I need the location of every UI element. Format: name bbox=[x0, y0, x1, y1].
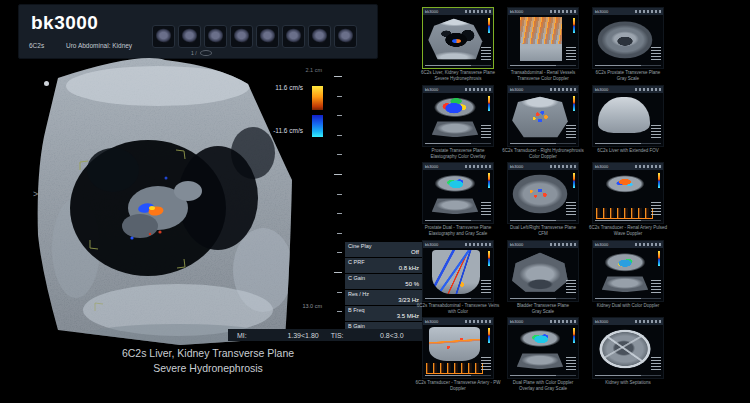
thumbnail-frame: bk3000 bbox=[592, 162, 664, 224]
thumbnail-toolbar-icons bbox=[465, 243, 491, 246]
ultrasound-image[interactable] bbox=[28, 58, 304, 348]
thumbnail-caption: Bladder Transverse PlaneGray Scale bbox=[500, 303, 586, 314]
thumbnail-toolbar-icons bbox=[465, 88, 491, 91]
thumbnail-baseline bbox=[510, 143, 576, 144]
thumbnail-colorbar bbox=[488, 173, 490, 188]
thumbnail-toolbar-icons bbox=[550, 320, 576, 323]
thumbnail-header: bk3000 bbox=[423, 163, 493, 170]
color-velocity-scale-negative bbox=[312, 115, 323, 137]
thumbnail-header: bk3000 bbox=[508, 8, 578, 15]
thumbnail-annotation-block bbox=[651, 357, 661, 370]
thumbnail-frame: bk3000 bbox=[592, 317, 664, 379]
thumbnail-frame-selected: bk3000 bbox=[422, 7, 494, 69]
thumbnail-colorbar bbox=[488, 96, 490, 111]
thumbnail-8[interactable]: bk3000Dual Left/Right Transverse PlaneCF… bbox=[507, 162, 579, 236]
image-caption: 6C2s Liver, Kidney Transverse Plane Seve… bbox=[58, 346, 358, 376]
thumbnail-3[interactable]: bk30006C2s Prostate Transverse PlaneGray… bbox=[592, 7, 664, 81]
thumbnail-2[interactable]: bk3000Transabdominal - Renal VesselsTran… bbox=[507, 7, 579, 81]
thumbnail-image bbox=[429, 327, 480, 361]
thumbnail-5[interactable]: bk30006C2s Transducer - Right Hydronephr… bbox=[507, 85, 579, 159]
thumbnail-caption: 6C2s Liver, Kidney Transverse PlaneSever… bbox=[415, 70, 501, 81]
thumbnail-header: bk3000 bbox=[593, 163, 663, 170]
thumbnail-header: bk3000 bbox=[508, 318, 578, 325]
setting-c-prf[interactable]: C PRF0.8 kHz bbox=[345, 258, 422, 273]
thumbnail-13[interactable]: bk30006C2s Transducer - Transverse Arter… bbox=[422, 317, 494, 391]
cine-thumbnail-8[interactable] bbox=[334, 25, 357, 48]
thumbnail-12[interactable]: bk3000Kidney Dual with Color Doppler bbox=[592, 240, 664, 309]
cine-thumbnail-1[interactable] bbox=[152, 25, 175, 48]
thumbnail-annotation-block bbox=[481, 357, 491, 370]
thumbnail-annotation-block bbox=[566, 280, 576, 293]
thumbnail-logo: bk3000 bbox=[425, 164, 438, 169]
thumbnail-baseline bbox=[425, 220, 491, 221]
thumbnail-image bbox=[511, 172, 569, 216]
thumbnail-frame: bk3000 bbox=[422, 162, 494, 224]
cine-thumbnail-3[interactable] bbox=[204, 25, 227, 48]
cine-thumbnail-4[interactable] bbox=[230, 25, 253, 48]
thumbnail-image bbox=[596, 250, 654, 294]
setting-value: 3.5 MHz bbox=[348, 313, 419, 320]
thumbnail-4[interactable]: bk3000Prostate Transverse PlaneElastogra… bbox=[422, 85, 494, 159]
thumbnail-frame: bk3000 bbox=[507, 317, 579, 379]
cine-thumbnail-5[interactable] bbox=[256, 25, 279, 48]
thumbnail-colorbar bbox=[488, 18, 490, 33]
thumbnail-toolbar-icons bbox=[550, 165, 576, 168]
thumbnail-caption: Dual Plane with Color DopplerOverlay and… bbox=[500, 380, 586, 391]
cine-thumbnail-7[interactable] bbox=[308, 25, 331, 48]
setting-value: 3/23 Hz bbox=[348, 297, 419, 304]
thumbnail-baseline bbox=[425, 143, 491, 144]
depth-ruler-major-ticks bbox=[334, 76, 342, 312]
thumbnail-10[interactable]: bk30006C2s Transabdominal - Transverse V… bbox=[422, 240, 494, 314]
setting-c-gain[interactable]: C Gain50 % bbox=[345, 274, 422, 289]
cine-thumbnail-2[interactable] bbox=[178, 25, 201, 48]
thumbnail-logo: bk3000 bbox=[595, 242, 608, 247]
thumbnail-baseline bbox=[425, 375, 491, 376]
thumbnail-9[interactable]: bk30006C2s Transducer - Renal Artery Pul… bbox=[592, 162, 664, 236]
thumbnail-caption: Prostate Transverse PlaneElastography Co… bbox=[415, 148, 501, 159]
thumbnail-annotation-block bbox=[481, 125, 491, 138]
thumbnail-frame: bk3000 bbox=[592, 85, 664, 147]
thumbnail-image bbox=[432, 250, 480, 294]
caption-line-2: Severe Hydronephrosis bbox=[58, 361, 358, 376]
thumbnail-logo: bk3000 bbox=[510, 242, 523, 247]
color-velocity-scale-positive bbox=[312, 86, 323, 110]
thumbnail-annotation-block bbox=[651, 47, 661, 60]
thumbnail-spectral-waveform bbox=[596, 208, 653, 219]
thumbnail-header: bk3000 bbox=[593, 318, 663, 325]
setting-res-hz[interactable]: Res / Hz3/23 Hz bbox=[345, 290, 422, 305]
thumbnail-header: bk3000 bbox=[508, 86, 578, 93]
thumbnail-header: bk3000 bbox=[508, 163, 578, 170]
thumbnail-annotation-block bbox=[566, 357, 576, 370]
thumbnail-frame: bk3000 bbox=[507, 85, 579, 147]
setting-cine-play[interactable]: Cine PlayOff bbox=[345, 242, 422, 257]
thumbnail-logo: bk3000 bbox=[595, 87, 608, 92]
caption-line-1: 6C2s Liver, Kidney Transverse Plane bbox=[58, 346, 358, 361]
thumbnail-toolbar-icons bbox=[550, 10, 576, 13]
thumbnail-toolbar-icons bbox=[465, 10, 491, 13]
thumbnail-colorbar bbox=[488, 251, 490, 266]
thumbnail-baseline bbox=[425, 65, 491, 66]
thumbnail-1[interactable]: bk30006C2s Liver, Kidney Transverse Plan… bbox=[422, 7, 494, 81]
thumbnail-15[interactable]: bk3000Kidney with Septations bbox=[592, 317, 664, 386]
thumbnail-14[interactable]: bk3000Dual Plane with Color DopplerOverl… bbox=[507, 317, 579, 391]
thumbnail-6[interactable]: bk30006C2s Liver with Extended FOV bbox=[592, 85, 664, 154]
thumbnail-frame: bk3000 bbox=[422, 240, 494, 302]
thumbnail-image bbox=[598, 97, 650, 133]
settings-panel: Cine PlayOffC PRF0.8 kHzC Gain50 %Res / … bbox=[345, 242, 422, 338]
thumbnail-11[interactable]: bk3000Bladder Transverse PlaneGray Scale bbox=[507, 240, 579, 314]
thumbnail-annotation-block bbox=[651, 125, 661, 138]
thumbnail-logo: bk3000 bbox=[595, 164, 608, 169]
thumbnail-logo: bk3000 bbox=[510, 87, 523, 92]
cine-thumbnail-6[interactable] bbox=[282, 25, 305, 48]
thumbnail-baseline bbox=[595, 375, 661, 376]
system-logo: bk3000 bbox=[31, 12, 98, 34]
tis-value: 0.8<3.0 bbox=[344, 332, 404, 339]
thumbnail-annotation-block bbox=[566, 125, 576, 138]
thumbnail-7[interactable]: bk3000Prostate Dual - Transverse PlaneEl… bbox=[422, 162, 494, 236]
thumbnail-annotation-block bbox=[481, 202, 491, 215]
setting-b-freq[interactable]: B Freq3.5 MHz bbox=[345, 306, 422, 321]
thumbnail-image bbox=[596, 327, 654, 371]
thumbnail-toolbar-icons bbox=[635, 88, 661, 91]
acoustic-status-bar: MI: 1.39<1.80 TIS: 0.8<3.0 bbox=[228, 329, 422, 341]
mi-value: 1.39<1.80 bbox=[247, 332, 319, 339]
